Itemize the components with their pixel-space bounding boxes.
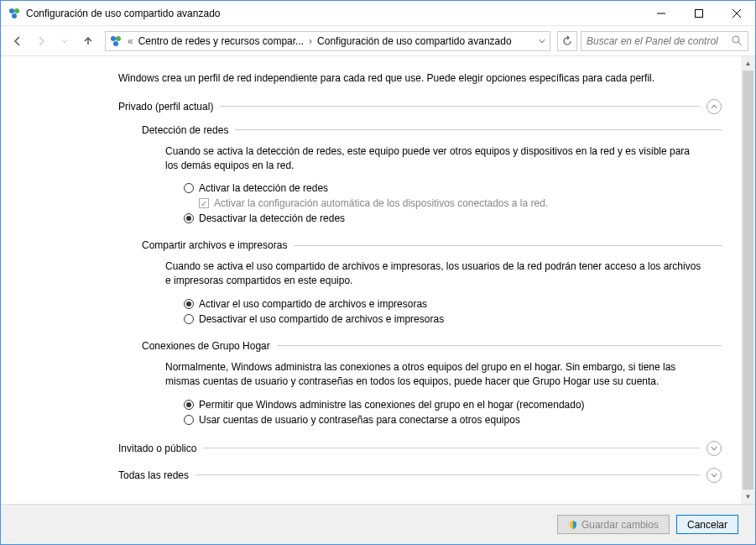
- radio-label: Activar la detección de redes: [199, 182, 328, 194]
- svg-line-11: [738, 42, 742, 45]
- checkbox-icon: ✓: [199, 198, 209, 208]
- navbar: « Centro de redes y recursos compar... ›…: [1, 26, 755, 56]
- network-discovery-desc: Cuando se activa la detección de redes, …: [165, 144, 705, 173]
- svg-point-0: [9, 8, 14, 13]
- window-title: Configuración de uso compartido avanzado: [26, 8, 642, 19]
- radio-icon: [184, 183, 194, 193]
- section-all-title: Todas las redes: [118, 469, 189, 481]
- chevron-down-icon[interactable]: [706, 468, 722, 483]
- section-private-header[interactable]: Privado (perfil actual): [118, 99, 722, 114]
- radio-label: Desactivar la detección de redes: [199, 212, 345, 224]
- scrollbar[interactable]: ▲ ▼: [741, 56, 755, 504]
- svg-point-1: [14, 8, 19, 13]
- subsection-homegroup: Conexiones de Grupo Hogar Normalmente, W…: [142, 340, 722, 426]
- content-pane: Windows crea un perfil de red independie…: [1, 56, 755, 504]
- scroll-down-arrow[interactable]: ▼: [741, 490, 755, 504]
- checkbox-label: Activar la configuración automática de l…: [214, 197, 548, 209]
- footer: Guardar cambios Cancelar: [1, 504, 755, 544]
- shield-icon: [568, 520, 578, 530]
- breadcrumb-item-2[interactable]: Configuración de uso compartido avanzado: [317, 35, 511, 47]
- save-button[interactable]: Guardar cambios: [557, 515, 670, 534]
- section-guest-header[interactable]: Invitado o público: [118, 441, 722, 456]
- radio-discovery-on[interactable]: Activar la detección de redes: [184, 182, 705, 194]
- svg-point-10: [733, 36, 739, 43]
- maximize-button[interactable]: [680, 1, 717, 25]
- section-all-header[interactable]: Todas las redes: [118, 468, 722, 483]
- radio-homegroup-windows[interactable]: Permitir que Windows administre las cone…: [184, 399, 705, 411]
- cancel-label: Cancelar: [687, 519, 727, 531]
- subsection-network-discovery: Detección de redes Cuando se activa la d…: [142, 124, 722, 225]
- breadcrumb[interactable]: « Centro de redes y recursos compar... ›…: [105, 31, 550, 51]
- radio-homegroup-user[interactable]: Usar cuentas de usuario y contraseñas pa…: [184, 414, 705, 426]
- search-icon: [732, 35, 743, 46]
- back-button[interactable]: [8, 31, 28, 51]
- breadcrumb-dropdown[interactable]: [538, 37, 546, 45]
- radio-icon: [184, 400, 194, 410]
- scroll-thumb[interactable]: [743, 71, 753, 490]
- save-label: Guardar cambios: [581, 519, 659, 531]
- radio-label: Desactivar el uso compartido de archivos…: [199, 313, 444, 325]
- file-sharing-title: Compartir archivos e impresoras: [142, 239, 287, 251]
- titlebar: Configuración de uso compartido avanzado: [1, 1, 755, 26]
- breadcrumb-item-1[interactable]: Centro de redes y recursos compar...: [138, 35, 304, 47]
- svg-rect-4: [695, 9, 702, 17]
- recent-dropdown[interactable]: [55, 31, 75, 51]
- chevron-up-icon[interactable]: [706, 99, 722, 114]
- checkbox-auto-config: ✓ Activar la configuración automática de…: [199, 197, 705, 209]
- radio-icon: [184, 314, 194, 324]
- intro-text: Windows crea un perfil de red independie…: [118, 71, 722, 86]
- network-discovery-title: Detección de redes: [142, 124, 228, 136]
- radio-icon: [184, 415, 194, 425]
- radio-label: Usar cuentas de usuario y contraseñas pa…: [199, 414, 520, 426]
- up-button[interactable]: [78, 31, 98, 51]
- radio-sharing-off[interactable]: Desactivar el uso compartido de archivos…: [184, 313, 705, 325]
- section-guest-title: Invitado o público: [118, 443, 196, 454]
- radio-sharing-on[interactable]: Activar el uso compartido de archivos e …: [184, 298, 705, 310]
- radio-label: Permitir que Windows administre las cone…: [199, 399, 585, 411]
- radio-icon: [184, 213, 194, 223]
- close-button[interactable]: [717, 1, 755, 25]
- radio-discovery-off[interactable]: Desactivar la detección de redes: [184, 212, 705, 224]
- cancel-button[interactable]: Cancelar: [676, 515, 738, 534]
- search-box[interactable]: [581, 31, 748, 51]
- file-sharing-desc: Cuando se activa el uso compartido de ar…: [165, 259, 705, 288]
- subsection-file-sharing: Compartir archivos e impresoras Cuando s…: [142, 239, 722, 325]
- chevron-right-icon: ›: [307, 35, 314, 47]
- chevron-down-icon[interactable]: [706, 441, 722, 456]
- refresh-button[interactable]: [557, 31, 577, 51]
- homegroup-title: Conexiones de Grupo Hogar: [142, 340, 270, 352]
- svg-point-7: [111, 36, 116, 41]
- homegroup-desc: Normalmente, Windows administra las cone…: [165, 360, 705, 389]
- svg-point-2: [12, 13, 17, 18]
- breadcrumb-root-sep: «: [126, 35, 135, 47]
- scroll-track[interactable]: [741, 71, 755, 490]
- svg-point-9: [113, 41, 118, 46]
- radio-icon: [184, 299, 194, 309]
- minimize-button[interactable]: [642, 1, 680, 25]
- svg-point-8: [116, 36, 121, 41]
- section-private-title: Privado (perfil actual): [118, 101, 213, 113]
- app-icon: [8, 7, 21, 20]
- network-icon: [109, 34, 123, 48]
- search-input[interactable]: [587, 35, 732, 47]
- scroll-up-arrow[interactable]: ▲: [741, 56, 755, 71]
- radio-label: Activar el uso compartido de archivos e …: [199, 298, 427, 310]
- forward-button[interactable]: [31, 31, 51, 51]
